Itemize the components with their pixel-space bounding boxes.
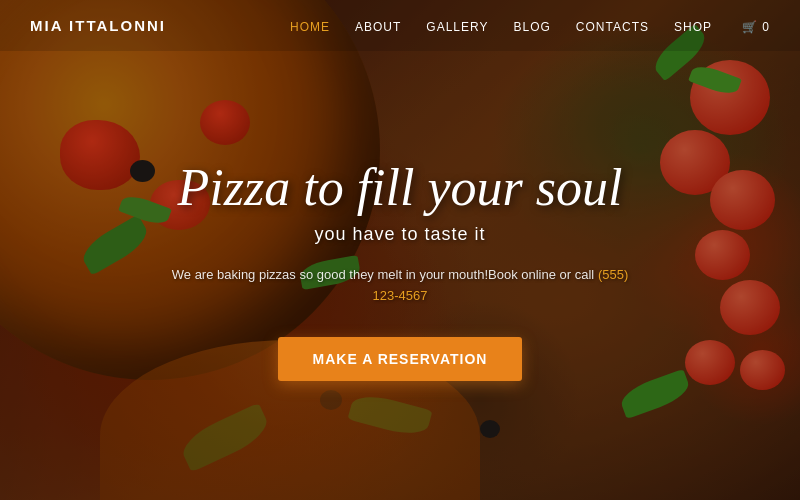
- hero-title: Pizza to fill your soul: [160, 159, 640, 216]
- nav-link-gallery[interactable]: GALLERY: [426, 20, 488, 34]
- hero-content: Pizza to fill your soul you have to tast…: [160, 159, 640, 381]
- nav-item-contacts[interactable]: CONTACTS: [576, 17, 649, 35]
- nav-item-blog[interactable]: BLOG: [514, 17, 551, 35]
- hero-section: MIA ITTALONNI HOME ABOUT GALLERY BLOG CO…: [0, 0, 800, 500]
- reservation-button[interactable]: Make a Reservation: [278, 337, 523, 381]
- nav-item-gallery[interactable]: GALLERY: [426, 17, 488, 35]
- nav-item-cart[interactable]: 🛒 0: [737, 17, 770, 35]
- navbar: MIA ITTALONNI HOME ABOUT GALLERY BLOG CO…: [0, 0, 800, 51]
- nav-link-about[interactable]: ABOUT: [355, 20, 401, 34]
- hero-desc-text: We are baking pizzas so good they melt i…: [172, 267, 598, 282]
- nav-link-home[interactable]: HOME: [290, 20, 330, 34]
- nav-link-blog[interactable]: BLOG: [514, 20, 551, 34]
- hero-description: We are baking pizzas so good they melt i…: [160, 265, 640, 307]
- brand-name: MIA ITTALONNI: [30, 17, 290, 34]
- nav-item-home[interactable]: HOME: [290, 17, 330, 35]
- nav-link-shop[interactable]: SHOP: [674, 20, 712, 34]
- nav-item-about[interactable]: ABOUT: [355, 17, 401, 35]
- nav-links: HOME ABOUT GALLERY BLOG CONTACTS SHOP 🛒 …: [290, 17, 770, 35]
- cart-link[interactable]: 🛒 0: [742, 20, 770, 34]
- nav-link-contacts[interactable]: CONTACTS: [576, 20, 649, 34]
- hero-subtitle: you have to taste it: [160, 224, 640, 245]
- nav-item-shop[interactable]: SHOP: [674, 17, 712, 35]
